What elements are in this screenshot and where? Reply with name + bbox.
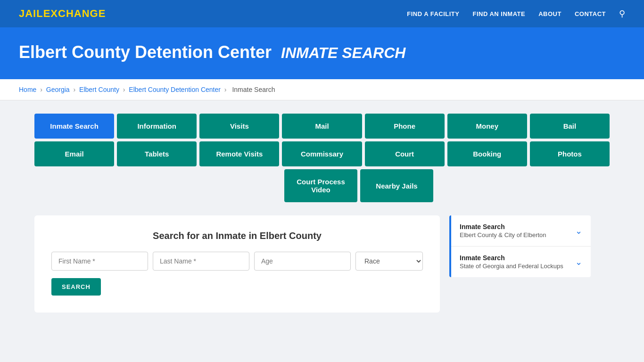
site-logo[interactable]: JAILEXCHANGE: [19, 8, 106, 20]
tab-commissary[interactable]: Commissary: [282, 141, 362, 166]
age-input[interactable]: [254, 252, 351, 271]
sidebar-card: Inmate Search Elbert County & City of El…: [449, 215, 591, 277]
tab-visits[interactable]: Visits: [199, 114, 279, 139]
logo-exchange: EXCHANGE: [43, 8, 106, 19]
tab-email[interactable]: Email: [34, 141, 114, 166]
breadcrumb-elbert-county[interactable]: Elbert County: [79, 86, 119, 93]
sidebar-item-title-1: Inmate Search: [460, 223, 546, 230]
tabs-row-3: Court Process Video Nearby Jails: [108, 169, 610, 202]
nav-find-inmate[interactable]: FIND AN INMATE: [472, 10, 525, 17]
search-form-card: Search for an Inmate in Elbert County Ra…: [34, 215, 440, 313]
first-name-input[interactable]: [51, 252, 148, 271]
tabs-row-2: Email Tablets Remote Visits Commissary C…: [34, 141, 610, 166]
tab-remote-visits[interactable]: Remote Visits: [199, 141, 279, 166]
bottom-section: Search for an Inmate in Elbert County Ra…: [34, 215, 610, 313]
sidebar: Inmate Search Elbert County & City of El…: [449, 215, 591, 277]
sidebar-item-subtitle-2: State of Georgia and Federal Lockups: [460, 263, 563, 270]
sidebar-item-state-georgia[interactable]: Inmate Search State of Georgia and Feder…: [451, 247, 591, 277]
tab-tablets[interactable]: Tablets: [117, 141, 197, 166]
nav-links: FIND A FACILITY FIND AN INMATE ABOUT CON…: [407, 8, 625, 19]
tab-information[interactable]: Information: [117, 114, 197, 139]
tab-inmate-search[interactable]: Inmate Search: [34, 114, 114, 139]
tabs-row-1: Inmate Search Information Visits Mail Ph…: [34, 114, 610, 139]
sidebar-item-subtitle-1: Elbert County & City of Elberton: [460, 231, 546, 239]
nav-contact[interactable]: CONTACT: [575, 10, 606, 17]
tab-phone[interactable]: Phone: [365, 114, 445, 139]
tab-booking[interactable]: Booking: [447, 141, 527, 166]
logo-jail: JAIL: [19, 8, 43, 19]
chevron-down-icon-2: ⌄: [575, 257, 582, 267]
tab-mail[interactable]: Mail: [282, 114, 362, 139]
hero-section: Elbert County Detention Center INMATE SE…: [0, 27, 644, 79]
form-row-names: Race White Black Hispanic Asian Other: [51, 252, 423, 271]
breadcrumb-georgia[interactable]: Georgia: [46, 86, 70, 93]
chevron-down-icon-1: ⌄: [575, 226, 582, 236]
tabs-section: Inmate Search Information Visits Mail Ph…: [34, 114, 610, 202]
nav-find-facility[interactable]: FIND A FACILITY: [407, 10, 459, 17]
tab-court-process-video[interactable]: Court Process Video: [284, 169, 357, 202]
breadcrumb-current: Inmate Search: [232, 86, 275, 93]
breadcrumb-detention-center[interactable]: Elbert County Detention Center: [129, 86, 221, 93]
sidebar-item-elbert-county[interactable]: Inmate Search Elbert County & City of El…: [451, 215, 591, 247]
tab-photos[interactable]: Photos: [530, 141, 610, 166]
last-name-input[interactable]: [153, 252, 249, 271]
nav-about[interactable]: ABOUT: [538, 10, 561, 17]
breadcrumb: Home › Georgia › Elbert County › Elbert …: [0, 79, 644, 100]
search-icon[interactable]: ⚲: [619, 8, 625, 19]
tab-bail[interactable]: Bail: [530, 114, 610, 139]
tab-nearby-jails[interactable]: Nearby Jails: [360, 169, 433, 202]
search-button[interactable]: SEARCH: [51, 278, 101, 296]
search-form-title: Search for an Inmate in Elbert County: [51, 230, 423, 241]
sidebar-item-title-2: Inmate Search: [460, 254, 563, 262]
tab-money[interactable]: Money: [447, 114, 527, 139]
breadcrumb-home[interactable]: Home: [19, 86, 36, 93]
race-select[interactable]: Race White Black Hispanic Asian Other: [355, 252, 423, 271]
tab-court[interactable]: Court: [365, 141, 445, 166]
page-title: Elbert County Detention Center INMATE SE…: [19, 42, 625, 62]
